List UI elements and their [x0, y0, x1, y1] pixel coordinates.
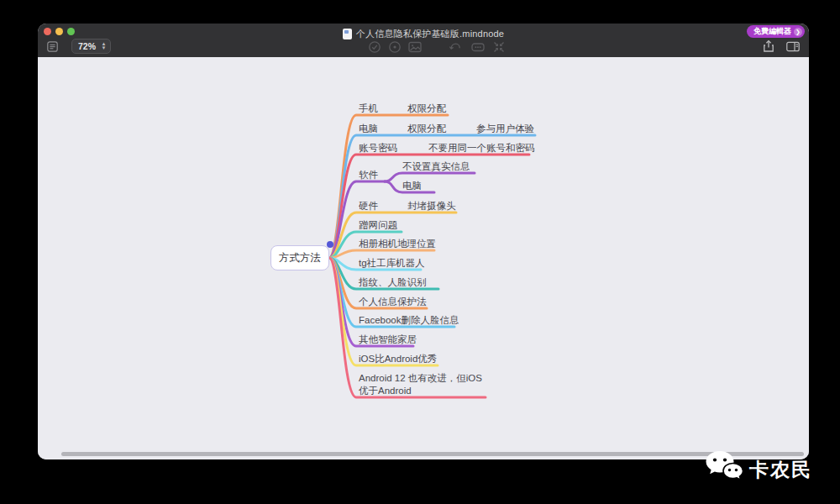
focus-icon[interactable]	[388, 40, 402, 54]
mindnode-window: 个人信息隐私保护基础版.mindnode 免費編輯器 ❯ 72% ▲▼	[38, 24, 809, 459]
stepper-arrows-icon[interactable]: ▲▼	[100, 42, 110, 50]
topic-label[interactable]: 手机	[359, 102, 378, 115]
outline-toggle-icon[interactable]	[47, 41, 58, 52]
document-icon	[343, 29, 352, 39]
topic-label[interactable]: 电脑	[359, 123, 378, 135]
image-icon[interactable]	[408, 40, 422, 54]
fold-icon[interactable]	[492, 40, 506, 54]
topic-label[interactable]: Android 12 也有改进，但iOS优于Android	[359, 372, 486, 397]
watermark-text: 卡农民	[749, 457, 812, 483]
subtopic-label[interactable]: 不设置真实信息	[402, 160, 470, 173]
zoom-level-value: 72%	[72, 41, 100, 51]
wechat-logo-icon	[704, 449, 744, 486]
chevron-right-icon: ❯	[794, 28, 802, 36]
topic-label[interactable]: 硬件	[359, 200, 378, 213]
topic-label[interactable]: 蹭网问题	[359, 219, 397, 232]
topic-label[interactable]: iOS比Android优秀	[359, 353, 437, 365]
horizontal-scrollbar[interactable]	[61, 452, 804, 456]
topic-label[interactable]: 相册相机地理位置	[359, 238, 436, 250]
zoom-stepper[interactable]: 72% ▲▼	[71, 39, 111, 54]
badge-label: 免費編輯器	[753, 26, 791, 37]
subtopic-label[interactable]: 不要用同一个账号和密码	[428, 142, 535, 155]
tag-icon[interactable]	[471, 40, 485, 54]
mindmap-canvas[interactable]: 手机 权限分配 电脑 权限分配 参与用户体验 账号密码 不要用同一个账号和密码 …	[38, 57, 809, 459]
subtopic-label[interactable]: 参与用户体验	[476, 123, 534, 135]
subtopic-label[interactable]: 电脑	[402, 180, 422, 192]
topic-label[interactable]: 指纹、人脸识别	[359, 276, 427, 289]
free-editor-badge[interactable]: 免費編輯器 ❯	[747, 25, 805, 38]
subtopic-label[interactable]: 权限分配	[407, 123, 446, 135]
watermark: 卡农民	[704, 449, 812, 486]
subtopic-label[interactable]: 封堵摄像头	[407, 200, 456, 213]
topic-label[interactable]: Facebook删除人脸信息	[359, 314, 459, 327]
topic-label[interactable]: 个人信息保护法	[359, 296, 427, 308]
task-check-icon[interactable]	[368, 40, 381, 54]
topic-label[interactable]: 账号密码	[359, 142, 397, 155]
topic-label[interactable]: 软件	[359, 169, 378, 181]
root-node[interactable]: 方式方法	[270, 245, 329, 270]
topic-label[interactable]: 其他智能家居	[359, 333, 417, 346]
format-panel-icon[interactable]	[786, 41, 800, 52]
topic-label[interactable]: tg社工库机器人	[359, 257, 425, 270]
undo-icon[interactable]	[449, 40, 462, 54]
share-icon[interactable]	[762, 39, 775, 53]
subtopic-label[interactable]: 权限分配	[407, 102, 446, 115]
titlebar: 个人信息隐私保护基础版.mindnode 免費編輯器 ❯ 72% ▲▼	[38, 24, 809, 57]
window-title: 个人信息隐私保护基础版.mindnode	[356, 28, 504, 40]
branch-line-software-c1	[385, 173, 475, 181]
selection-handle[interactable]	[327, 241, 333, 248]
title-row: 个人信息隐私保护基础版.mindnode	[38, 27, 809, 40]
